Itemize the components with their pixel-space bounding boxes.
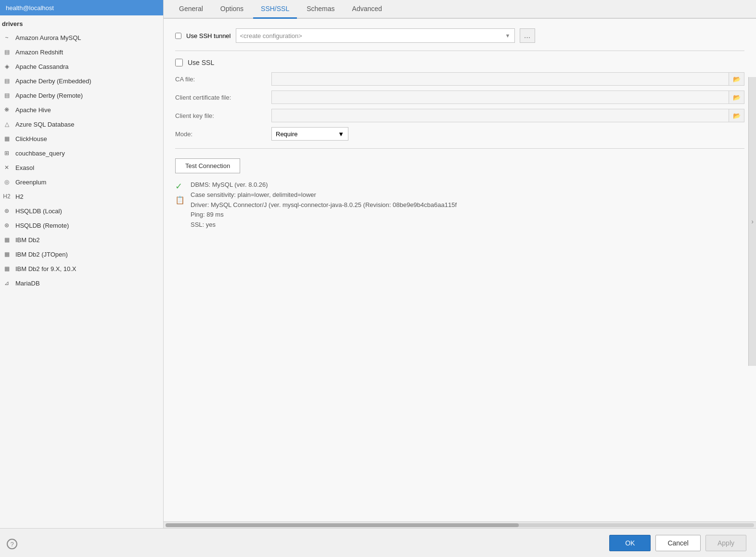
tab-advanced[interactable]: Advanced bbox=[345, 0, 390, 19]
sidebar-item-icon-greenplum: ◎ bbox=[2, 177, 12, 187]
sidebar-item-label-amazon-aurora-mysql: Amazon Aurora MySQL bbox=[15, 34, 81, 41]
sidebar-item-exasol[interactable]: ✕ Exasol bbox=[0, 160, 163, 175]
ssh-config-placeholder: <create configuration> bbox=[240, 32, 302, 39]
sidebar-item-label-ibm-db2: IBM Db2 bbox=[15, 236, 40, 244]
sidebar-item-label-apache-cassandra: Apache Cassandra bbox=[15, 63, 69, 70]
client-cert-row: Client certificate file: 📂 bbox=[175, 91, 744, 104]
tab-schemas[interactable]: Schemas bbox=[299, 0, 342, 19]
info-icon: 📋 bbox=[175, 195, 185, 205]
sidebar-item-azure-sql-database[interactable]: △ Azure SQL Database bbox=[0, 117, 163, 131]
sidebar-item-label-apache-hive: Apache Hive bbox=[15, 106, 51, 114]
sidebar-item-icon-apache-hive: ❋ bbox=[2, 105, 12, 115]
client-cert-browse-button[interactable]: 📂 bbox=[729, 91, 744, 104]
mode-dropdown-icon: ▼ bbox=[338, 130, 344, 138]
sidebar-item-icon-apache-derby-embedded: ▤ bbox=[2, 76, 12, 86]
use-ssl-label[interactable]: Use SSL bbox=[188, 59, 214, 66]
sidebar-item-apache-cassandra[interactable]: ◈ Apache Cassandra bbox=[0, 59, 163, 74]
sidebar: health@localhost drivers ~ Amazon Aurora… bbox=[0, 0, 164, 528]
ssh-config-extra-button[interactable]: … bbox=[520, 28, 535, 43]
horizontal-scrollbar[interactable] bbox=[164, 521, 756, 528]
use-ssh-tunnel-checkbox[interactable] bbox=[175, 33, 181, 39]
client-cert-input-wrap: 📂 bbox=[271, 91, 744, 104]
sidebar-item-clickhouse[interactable]: ▦ ClickHouse bbox=[0, 131, 163, 146]
client-cert-input[interactable] bbox=[271, 91, 729, 104]
tab-ssh-ssl[interactable]: SSH/SSL bbox=[253, 0, 297, 19]
sidebar-item-icon-hsqldb-local: ⊛ bbox=[2, 206, 12, 216]
ca-file-browse-button[interactable]: 📂 bbox=[729, 72, 744, 86]
sidebar-item-apache-hive[interactable]: ❋ Apache Hive bbox=[0, 103, 163, 117]
apply-button[interactable]: Apply bbox=[705, 535, 746, 551]
result-text: DBMS: MySQL (ver. 8.0.26)Case sensitivit… bbox=[191, 180, 457, 230]
sidebar-item-label-clickhouse: ClickHouse bbox=[15, 135, 47, 142]
client-key-row: Client key file: 📂 bbox=[175, 109, 744, 122]
use-ssh-tunnel-label[interactable]: Use SSH tunnel bbox=[186, 32, 231, 39]
sidebar-item-icon-apache-cassandra: ◈ bbox=[2, 62, 12, 71]
sidebar-item-greenplum[interactable]: ◎ Greenplum bbox=[0, 175, 163, 189]
sidebar-item-label-ibm-db2-for-9x: IBM Db2 for 9.X, 10.X bbox=[15, 265, 76, 272]
ok-button[interactable]: OK bbox=[609, 535, 651, 551]
help-icon[interactable]: ? bbox=[7, 539, 17, 549]
sidebar-item-amazon-redshift[interactable]: ▤ Amazon Redshift bbox=[0, 45, 163, 59]
sidebar-item-mariadb[interactable]: ⊿ MariaDB bbox=[0, 276, 163, 290]
sidebar-item-icon-clickhouse: ▦ bbox=[2, 134, 12, 143]
test-connection-section: Test Connection ✓ 📋 DBMS: MySQL (ver. 8.… bbox=[175, 158, 744, 230]
test-connection-button[interactable]: Test Connection bbox=[175, 158, 240, 173]
sidebar-item-icon-amazon-aurora-mysql: ~ bbox=[2, 33, 12, 42]
sidebar-item-label-hsqldb-remote: HSQLDB (Remote) bbox=[15, 222, 69, 229]
sidebar-item-ibm-db2[interactable]: ▦ IBM Db2 bbox=[0, 233, 163, 247]
client-cert-label: Client certificate file: bbox=[175, 94, 271, 101]
mode-value: Require bbox=[276, 130, 298, 138]
client-key-browse-button[interactable]: 📂 bbox=[729, 109, 744, 122]
sidebar-item-apache-derby-remote[interactable]: ▤ Apache Derby (Remote) bbox=[0, 88, 163, 103]
sidebar-item-amazon-aurora-mysql[interactable]: ~ Amazon Aurora MySQL bbox=[0, 30, 163, 45]
scrollbar-thumb[interactable] bbox=[166, 523, 519, 527]
sidebar-item-h2[interactable]: H2 H2 bbox=[0, 189, 163, 204]
sidebar-item-icon-couchbase-query: ⊞ bbox=[2, 148, 12, 158]
ssh-config-dropdown[interactable]: <create configuration> ▼ bbox=[236, 28, 515, 43]
sidebar-item-couchbase-query[interactable]: ⊞ couchbase_query bbox=[0, 146, 163, 160]
folder-icon-2: 📂 bbox=[733, 94, 741, 101]
sidebar-list: ~ Amazon Aurora MySQL ▤ Amazon Redshift … bbox=[0, 30, 163, 528]
use-ssl-checkbox[interactable] bbox=[175, 59, 183, 66]
sidebar-item-label-amazon-redshift: Amazon Redshift bbox=[15, 49, 63, 56]
sidebar-header: health@localhost bbox=[0, 0, 163, 15]
success-icon: ✓ bbox=[175, 181, 185, 192]
mode-select[interactable]: Require ▼ bbox=[271, 127, 348, 141]
bottom-bar: OK Cancel Apply bbox=[0, 528, 756, 557]
sidebar-item-label-azure-sql-database: Azure SQL Database bbox=[15, 121, 74, 128]
tab-general[interactable]: General bbox=[171, 0, 211, 19]
sidebar-item-hsqldb-remote[interactable]: ⊛ HSQLDB (Remote) bbox=[0, 218, 163, 233]
sidebar-item-ibm-db2-for-9x[interactable]: ▦ IBM Db2 for 9.X, 10.X bbox=[0, 261, 163, 276]
right-scroll-panel: › bbox=[748, 77, 756, 366]
sidebar-item-label-apache-derby-remote: Apache Derby (Remote) bbox=[15, 92, 83, 99]
ca-file-label: CA file: bbox=[175, 76, 271, 83]
dropdown-arrow-icon: ▼ bbox=[505, 33, 511, 39]
sidebar-item-icon-h2: H2 bbox=[2, 192, 12, 201]
sidebar-item-label-greenplum: Greenplum bbox=[15, 179, 46, 186]
ca-file-input[interactable] bbox=[271, 72, 729, 86]
panel-content: Use SSH tunnel <create configuration> ▼ … bbox=[164, 19, 756, 521]
ssh-tunnel-section: Use SSH tunnel <create configuration> ▼ … bbox=[175, 28, 744, 43]
sidebar-item-label-exasol: Exasol bbox=[15, 164, 34, 171]
sidebar-item-icon-ibm-db2-jtopen: ▦ bbox=[2, 249, 12, 259]
sidebar-item-label-h2: H2 bbox=[15, 193, 24, 200]
mode-label: Mode: bbox=[175, 130, 271, 138]
tabs-bar: GeneralOptionsSSH/SSLSchemasAdvanced bbox=[164, 0, 756, 19]
mode-row: Mode: Require ▼ bbox=[175, 127, 744, 141]
sidebar-item-icon-azure-sql-database: △ bbox=[2, 119, 12, 129]
cancel-button[interactable]: Cancel bbox=[655, 535, 701, 551]
sidebar-item-ibm-db2-jtopen[interactable]: ▦ IBM Db2 (JTOpen) bbox=[0, 247, 163, 261]
sidebar-header-text: health@localhost bbox=[6, 4, 54, 12]
ca-file-input-wrap: 📂 bbox=[271, 72, 744, 86]
sidebar-item-icon-hsqldb-remote: ⊛ bbox=[2, 220, 12, 230]
divider-2 bbox=[175, 148, 744, 149]
tab-options[interactable]: Options bbox=[213, 0, 251, 19]
sidebar-item-apache-derby-embedded[interactable]: ▤ Apache Derby (Embedded) bbox=[0, 74, 163, 88]
sidebar-item-label-hsqldb-local: HSQLDB (Local) bbox=[15, 207, 62, 215]
client-key-input[interactable] bbox=[271, 109, 729, 122]
sidebar-item-hsqldb-local[interactable]: ⊛ HSQLDB (Local) bbox=[0, 204, 163, 218]
sidebar-item-icon-amazon-redshift: ▤ bbox=[2, 47, 12, 57]
ca-file-row: CA file: 📂 bbox=[175, 72, 744, 86]
right-arrow-icon[interactable]: › bbox=[751, 218, 754, 225]
use-ssl-row: Use SSL bbox=[175, 59, 744, 66]
